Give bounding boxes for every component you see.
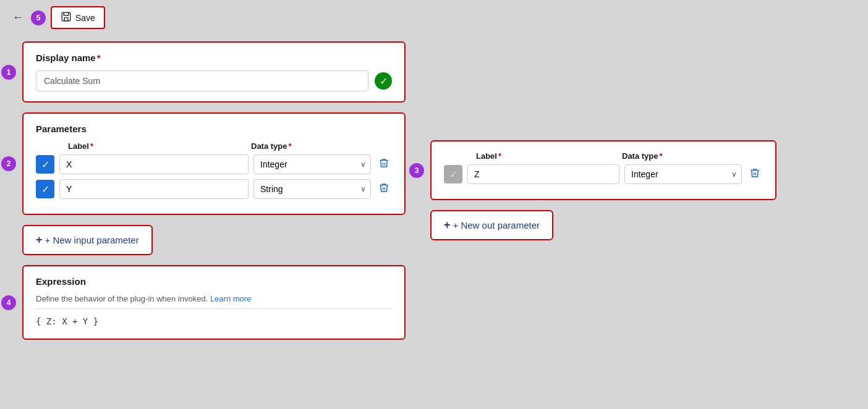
display-name-row: ✓	[36, 70, 392, 91]
parameters-panel: 2 Parameters Label* Data type* ✓	[22, 112, 406, 215]
main-content: 1 Display name* ✓ 2 Parameters Label*	[0, 35, 868, 346]
datatype-column-header: Data type*	[251, 141, 368, 151]
step-5-badge: 5	[31, 11, 46, 25]
check-icon: ✓	[449, 169, 457, 180]
check-icon: ✓	[41, 183, 49, 195]
param-y-delete-button[interactable]	[376, 180, 392, 199]
back-button[interactable]: ←	[10, 9, 26, 27]
param-y-checkbox[interactable]: ✓	[36, 180, 54, 198]
label-column-header: Label*	[63, 141, 246, 151]
out-datatype-column-header: Data type*	[622, 151, 739, 161]
out-param-z-delete-button[interactable]	[747, 165, 763, 184]
out-param-header-row: Label* Data type*	[444, 151, 763, 164]
out-parameters-panel: 3 Label* Data type* ✓	[430, 140, 777, 200]
param-x-label-input[interactable]	[59, 154, 249, 174]
out-param-z-checkbox[interactable]: ✓	[444, 165, 462, 183]
new-input-parameter-label: + New input parameter	[45, 235, 139, 245]
param-row-y: ✓ Integer String Boolean ∨	[36, 179, 392, 199]
new-out-parameter-label: + New out parameter	[453, 220, 540, 230]
plus-icon: +	[36, 234, 43, 247]
left-column: 1 Display name* ✓ 2 Parameters Label*	[22, 41, 406, 340]
svg-rect-0	[62, 12, 70, 21]
trash-icon	[749, 167, 760, 182]
save-icon	[61, 11, 72, 24]
new-input-parameter-button[interactable]: + + New input parameter	[22, 225, 153, 255]
expression-code: { Z: X + Y }	[36, 314, 392, 329]
param-header-row: Label* Data type*	[36, 141, 392, 154]
trash-icon	[378, 182, 389, 196]
expression-title: Expression	[36, 276, 392, 287]
param-x-type-select[interactable]: Integer String Boolean	[253, 154, 371, 174]
expression-description: Define the behavior of the plug-in when …	[36, 294, 392, 303]
step-3-badge: 3	[409, 163, 424, 178]
back-icon: ←	[12, 11, 23, 24]
display-name-input[interactable]	[36, 70, 368, 91]
learn-more-link[interactable]: Learn more	[210, 294, 251, 303]
param-row-x: ✓ Integer String Boolean ∨	[36, 154, 392, 174]
toolbar: ← 5 Save	[0, 0, 868, 35]
param-x-delete-button[interactable]	[376, 155, 392, 174]
display-name-panel: 1 Display name* ✓	[22, 41, 406, 103]
step-4-badge: 4	[1, 295, 16, 310]
param-y-type-select[interactable]: Integer String Boolean	[253, 179, 371, 199]
trash-icon	[378, 158, 389, 172]
param-x-type-wrapper: Integer String Boolean ∨	[253, 154, 371, 174]
step-2-badge: 2	[1, 156, 16, 171]
plus-icon-out: +	[444, 219, 451, 232]
new-out-parameter-button[interactable]: + + New out parameter	[430, 210, 553, 240]
out-label-column-header: Label*	[471, 151, 617, 161]
expression-panel: 4 Expression Define the behavior of the …	[22, 265, 406, 340]
expression-divider	[36, 308, 392, 309]
param-y-type-wrapper: Integer String Boolean ∨	[253, 179, 371, 199]
display-name-title: Display name*	[36, 53, 392, 63]
save-label: Save	[75, 13, 95, 23]
out-param-z-type-wrapper: Integer String Boolean ∨	[624, 164, 742, 184]
valid-check-icon: ✓	[375, 72, 392, 90]
svg-rect-1	[64, 18, 68, 21]
right-column: 3 Label* Data type* ✓	[430, 41, 846, 340]
check-icon: ✓	[41, 159, 49, 171]
out-param-row-z: ✓ Integer String Boolean ∨	[444, 164, 763, 184]
step-1-badge: 1	[1, 65, 16, 80]
param-x-checkbox[interactable]: ✓	[36, 155, 54, 174]
out-param-z-label-input[interactable]	[467, 164, 619, 184]
out-param-z-type-select[interactable]: Integer String Boolean	[624, 164, 742, 184]
save-button[interactable]: Save	[51, 6, 105, 29]
param-y-label-input[interactable]	[59, 179, 249, 199]
parameters-title: Parameters	[36, 124, 392, 134]
